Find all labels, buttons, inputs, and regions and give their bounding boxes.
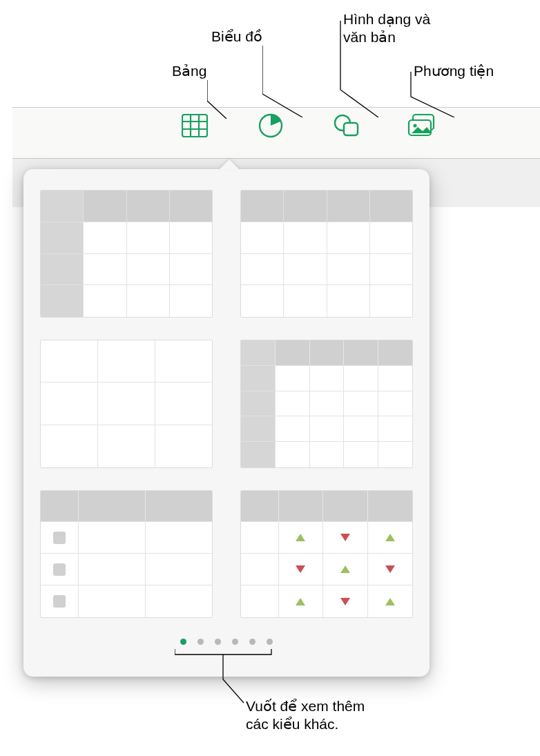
callout-table-label: Bảng	[172, 62, 206, 80]
shapes-icon	[333, 113, 360, 138]
svg-rect-0	[182, 115, 207, 137]
triangle-down-icon	[385, 565, 395, 573]
page-dot-4[interactable]	[232, 639, 238, 645]
table-style-indicators[interactable]	[240, 490, 413, 618]
callout-media-label: Phương tiện	[414, 62, 494, 80]
insert-shape-button[interactable]	[331, 110, 362, 141]
callout-line	[338, 21, 380, 117]
table-style-header-sidecol[interactable]	[40, 190, 213, 318]
triangle-down-icon	[340, 598, 350, 605]
page-dot-3[interactable]	[215, 639, 221, 645]
insert-media-button[interactable]	[407, 110, 438, 141]
callout-swipe-label: Vuốt để xem thêm các kiểu khác.	[246, 697, 365, 734]
page-indicator[interactable]	[40, 639, 413, 645]
triangle-down-icon	[340, 534, 350, 541]
triangle-down-icon	[296, 565, 305, 573]
table-styles-popover	[23, 169, 430, 677]
page-dot-2[interactable]	[197, 639, 204, 645]
triangle-up-icon	[296, 598, 305, 605]
callout-chart-label: Biểu đồ	[211, 28, 262, 46]
insert-chart-button[interactable]	[255, 110, 286, 141]
table-icon	[182, 114, 208, 137]
triangle-up-icon	[340, 565, 350, 573]
insert-table-button[interactable]	[180, 110, 210, 141]
table-styles-grid	[40, 190, 413, 618]
svg-rect-7	[344, 123, 358, 135]
checkbox-icon	[53, 532, 66, 544]
table-style-checklist[interactable]	[40, 490, 213, 618]
triangle-up-icon	[296, 534, 305, 541]
svg-point-10	[414, 124, 417, 128]
checkbox-icon	[53, 595, 66, 608]
table-style-plain[interactable]	[40, 340, 213, 467]
checkbox-icon	[53, 563, 66, 576]
insert-toolbar	[180, 110, 438, 141]
triangle-up-icon	[385, 598, 395, 605]
page-dot-5[interactable]	[249, 639, 255, 645]
chart-icon	[258, 113, 283, 138]
page-dot-6[interactable]	[267, 639, 273, 645]
media-icon	[407, 113, 438, 138]
page-dot-1[interactable]	[180, 639, 186, 645]
callout-shapes-label: Hình dạng và văn bản	[343, 10, 430, 47]
table-style-dense[interactable]	[240, 340, 413, 467]
triangle-up-icon	[385, 534, 395, 541]
table-style-header-only[interactable]	[240, 190, 413, 318]
